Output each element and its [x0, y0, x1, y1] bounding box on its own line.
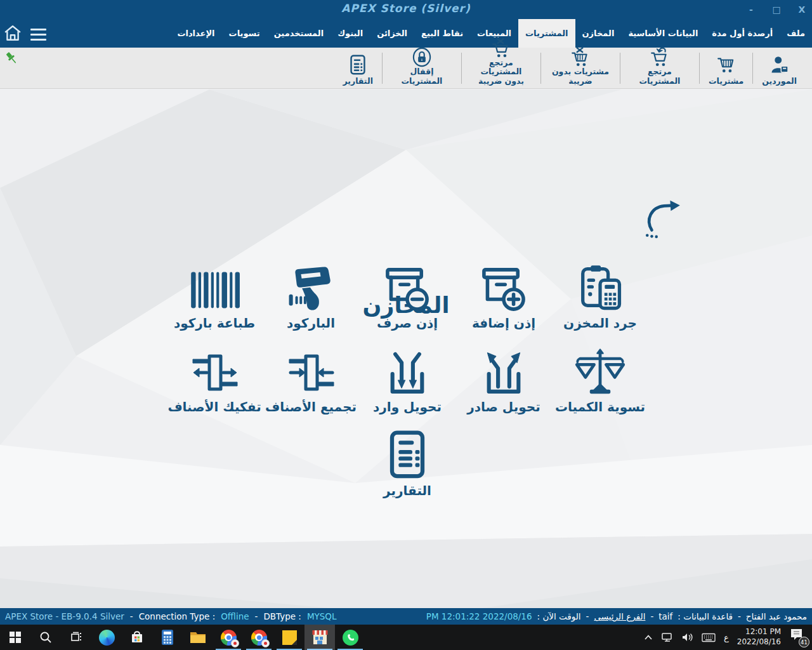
- separator: -: [650, 611, 653, 621]
- minimize-button[interactable]: -: [746, 4, 756, 15]
- microsoft-store-icon[interactable]: [122, 625, 152, 650]
- tile-row-2: تسوية الكميات تحويل صادر: [166, 346, 648, 415]
- ribbon-separator: [699, 53, 700, 84]
- tray-network-icon[interactable]: [661, 632, 674, 642]
- ribbon-purchase-returns-no-tax-button[interactable]: مرتجع المشتريات بدون ضريبة: [463, 48, 539, 89]
- outgoing-transfer-icon: [478, 346, 529, 397]
- tray-clock[interactable]: 12:01 PM 2022/08/16: [737, 627, 781, 647]
- quantity-adjustment-icon: [573, 346, 627, 397]
- tab-opening-balances[interactable]: أرصدة أول مدة: [705, 19, 780, 48]
- close-button[interactable]: X: [797, 4, 807, 15]
- tray-volume-icon[interactable]: [682, 632, 693, 642]
- taskbar: ع 12:01 PM 2022/08/16 41: [0, 625, 812, 650]
- refresh-icon[interactable]: [643, 197, 683, 239]
- statusbar: APEX Store - EB-9.0.4 Silver - Connectio…: [0, 608, 812, 625]
- hamburger-menu-icon[interactable]: [30, 29, 46, 41]
- apex-store-app-icon[interactable]: [304, 625, 335, 650]
- suppliers-icon: [769, 53, 790, 77]
- dbtype-label: DBType :: [263, 611, 301, 621]
- tab-pos[interactable]: نقاط البيع: [414, 19, 470, 48]
- tile-outgoing-transfer[interactable]: تحويل صادر: [455, 346, 552, 415]
- ribbon-close-purchases-button[interactable]: إقفال المشتريات: [384, 48, 460, 89]
- separator: -: [738, 611, 741, 621]
- tab-safes[interactable]: الخزائن: [370, 19, 414, 48]
- tab-banks[interactable]: البنوك: [331, 19, 370, 48]
- barcode-print-icon: [188, 262, 240, 313]
- menubar: ملف أرصدة أول مدة البيانات الأساسية المخ…: [0, 19, 812, 48]
- cart-return-icon: [648, 47, 671, 67]
- time-label: الوقت الآن :: [537, 611, 581, 621]
- cart-no-tax-icon: [569, 47, 592, 67]
- tile-row-3: التقارير: [166, 430, 648, 498]
- ribbon-separator: [540, 53, 541, 84]
- disassemble-items-icon: [189, 346, 240, 397]
- main-content: المخازن: [0, 90, 812, 608]
- incoming-transfer-icon: [382, 346, 433, 397]
- tile-quantity-adjustment[interactable]: تسوية الكميات: [552, 346, 648, 415]
- window-controls: - □ X: [746, 0, 807, 19]
- ribbon-separator: [620, 53, 620, 84]
- clock-date: 2022/08/16: [737, 637, 781, 647]
- dbtype-value: MYSQL: [307, 611, 337, 621]
- tile-issue-permit[interactable]: إذن صرف: [359, 262, 455, 331]
- separator: -: [586, 611, 589, 621]
- whatsapp-icon[interactable]: [335, 625, 365, 650]
- issue-permit-icon: [382, 262, 433, 313]
- chrome-icon-1[interactable]: [213, 625, 244, 650]
- cart-icon: [716, 53, 737, 77]
- tab-adjustments[interactable]: تسويات: [222, 19, 267, 48]
- clock-time: 12:01 PM: [737, 627, 781, 637]
- ribbon-suppliers-button[interactable]: الموردين: [754, 48, 804, 89]
- reports-icon: [383, 430, 431, 481]
- chrome-icon-2[interactable]: [244, 625, 274, 650]
- separator: -: [255, 611, 258, 621]
- tab-warehouses[interactable]: المخازن: [575, 19, 622, 48]
- taskbar-search-button[interactable]: [30, 625, 61, 650]
- barcode-scanner-icon: [285, 262, 336, 313]
- notification-center-icon[interactable]: 41: [789, 628, 808, 647]
- tab-file[interactable]: ملف: [780, 19, 812, 48]
- calculator-icon[interactable]: [152, 625, 183, 650]
- time-value: PM 12:01:22 2022/08/16: [426, 611, 532, 621]
- tile-incoming-transfer[interactable]: تحويل وارد: [359, 346, 455, 415]
- user-name: محمود عبد الفتاح: [746, 611, 807, 621]
- tile-disassemble-items[interactable]: تفكيك الأصناف: [166, 346, 263, 415]
- ribbon-toolbar: الموردين مشتريات: [0, 48, 812, 89]
- tile-barcode-scanner[interactable]: الباركود: [263, 262, 359, 331]
- tile-barcode-print[interactable]: طباعة باركود: [166, 262, 263, 331]
- ribbon-reports-button[interactable]: التقارير: [336, 48, 381, 89]
- tile-reports[interactable]: التقارير: [359, 430, 455, 498]
- ribbon-purchase-returns-button[interactable]: مرتجع المشتريات: [622, 48, 698, 89]
- lock-icon: [412, 47, 432, 67]
- tray-keyboard-icon[interactable]: [702, 633, 716, 642]
- home-icon[interactable]: [4, 24, 22, 44]
- task-view-button[interactable]: [61, 625, 91, 650]
- tile-assemble-items[interactable]: تجميع الأصناف: [263, 346, 359, 415]
- start-button[interactable]: [0, 625, 30, 650]
- inventory-count-icon: [573, 262, 627, 313]
- status-left: APEX Store - EB-9.0.4 Silver - Connectio…: [5, 611, 337, 621]
- tile-add-permit[interactable]: إذن إضافة: [455, 262, 552, 331]
- tile-inventory-count[interactable]: جرد المخزن: [552, 262, 648, 331]
- maximize-button[interactable]: □: [771, 4, 782, 15]
- pin-icon[interactable]: [4, 51, 17, 68]
- app-version: APEX Store - EB-9.0.4 Silver: [5, 611, 124, 621]
- branch-link[interactable]: الفرع الرئيسى: [594, 611, 645, 621]
- ribbon-separator: [752, 53, 753, 84]
- ribbon-purchases-button[interactable]: مشتريات: [701, 48, 751, 89]
- tab-basic-data[interactable]: البيانات الأساسية: [621, 19, 705, 48]
- sticky-notes-icon[interactable]: [274, 625, 304, 650]
- tab-purchases[interactable]: المشتريات: [518, 19, 575, 48]
- tray-chevron-up-icon[interactable]: [644, 634, 653, 640]
- tab-settings[interactable]: الإعدادات: [170, 19, 221, 48]
- edge-icon[interactable]: [91, 625, 122, 650]
- assemble-items-icon: [285, 346, 336, 397]
- notification-count-badge: 41: [799, 637, 809, 647]
- tile-row-1: جرد المخزن إذن إضافة: [166, 262, 648, 331]
- tab-users[interactable]: المستخدمين: [267, 19, 331, 48]
- tray-language-indicator[interactable]: ع: [724, 633, 729, 642]
- ribbon-purchases-no-tax-button[interactable]: مشتريات بدون ضريبة: [542, 48, 619, 89]
- add-permit-icon: [478, 262, 529, 313]
- ribbon-separator: [382, 53, 383, 84]
- file-explorer-icon[interactable]: [183, 625, 213, 650]
